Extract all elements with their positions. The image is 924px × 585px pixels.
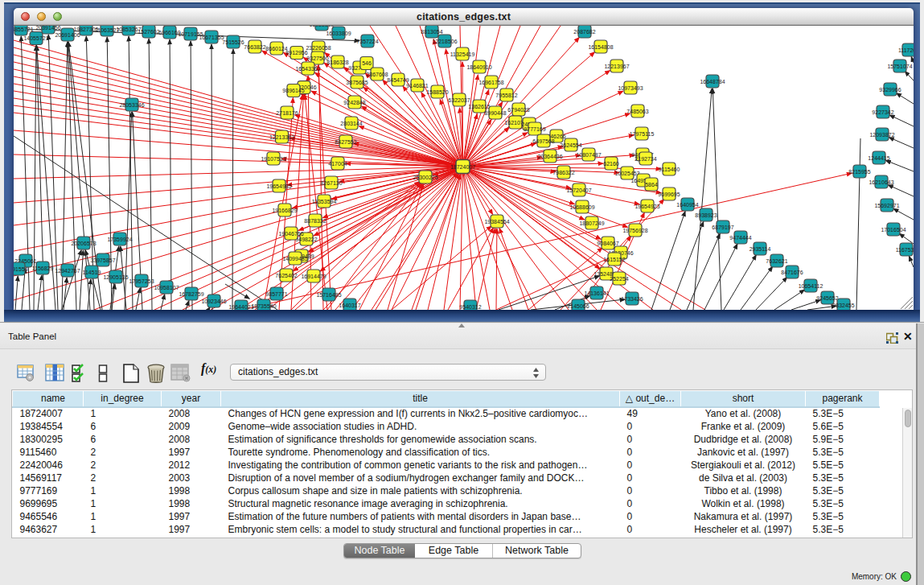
svg-text:2087682: 2087682: [573, 29, 595, 35]
svg-text:3624554: 3624554: [560, 142, 581, 148]
svg-text:546: 546: [362, 60, 372, 66]
svg-text:2718176: 2718176: [276, 110, 298, 116]
svg-text:1167533: 1167533: [896, 247, 914, 253]
svg-text:9474444: 9474444: [729, 235, 751, 241]
svg-text:25300275: 25300275: [413, 175, 437, 180]
svg-text:20391456: 20391456: [35, 26, 60, 31]
svg-text:10973493: 10973493: [618, 85, 643, 91]
svg-text:5864: 5864: [645, 182, 658, 187]
svg-text:9227342: 9227342: [872, 109, 893, 115]
svg-text:15692971: 15692971: [874, 203, 899, 208]
svg-text:7632621: 7632621: [766, 258, 787, 264]
svg-text:19046766: 19046766: [278, 231, 303, 237]
svg-text:15751074: 15751074: [887, 64, 912, 69]
svg-text:19654985: 19654985: [266, 183, 291, 189]
svg-text:33975857: 33975857: [90, 257, 115, 263]
svg-text:11353594: 11353594: [312, 199, 337, 204]
svg-text:16914479: 16914479: [301, 274, 326, 279]
svg-text:18807249: 18807249: [579, 220, 604, 226]
svg-text:1588520: 1588520: [426, 89, 448, 95]
svg-text:9329966: 9329966: [879, 87, 901, 93]
svg-text:2935114: 2935114: [749, 246, 771, 252]
svg-text:1733426: 1733426: [621, 296, 643, 302]
svg-text:7357224: 7357224: [356, 39, 378, 44]
svg-text:6794028: 6794028: [507, 107, 529, 113]
svg-text:12213363: 12213363: [269, 134, 294, 140]
svg-text:9540312: 9540312: [459, 304, 481, 310]
svg-text:7625402: 7625402: [275, 273, 297, 278]
svg-text:15720407: 15720407: [566, 187, 591, 193]
svg-text:17359924: 17359924: [107, 237, 132, 242]
svg-text:28053346: 28053346: [119, 102, 144, 108]
svg-text:8813054: 8813054: [421, 29, 442, 35]
svg-text:9777169: 9777169: [524, 126, 545, 132]
svg-text:9146821: 9146821: [406, 83, 428, 89]
svg-text:23226058: 23226058: [306, 45, 331, 51]
svg-text:9832455: 9832455: [832, 303, 854, 308]
svg-text:12905135: 12905135: [103, 274, 128, 280]
svg-text:2192734: 2192734: [634, 156, 656, 162]
svg-text:1640317: 1640317: [339, 303, 360, 308]
svg-text:2867608: 2867608: [366, 72, 388, 77]
svg-text:1527602: 1527602: [138, 29, 159, 35]
svg-text:7515526: 7515526: [222, 39, 244, 45]
svg-text:8186328: 8186328: [326, 60, 348, 65]
svg-text:8878332: 8878332: [304, 218, 326, 224]
svg-text:8427552: 8427552: [335, 139, 356, 145]
svg-text:391554: 391554: [14, 266, 28, 272]
svg-text:9084067: 9084067: [597, 241, 618, 246]
svg-text:14099485: 14099485: [282, 256, 307, 262]
svg-text:18724007: 18724007: [450, 164, 475, 170]
svg-text:8938923: 8938923: [695, 212, 717, 218]
svg-text:12218506: 12218506: [432, 39, 457, 44]
svg-text:1244415: 1244415: [868, 155, 889, 161]
svg-text:9498222: 9498222: [295, 237, 317, 242]
svg-text:8471676: 8471676: [781, 270, 803, 275]
svg-text:20691406: 20691406: [55, 32, 80, 38]
svg-text:9699695: 9699695: [658, 192, 680, 197]
svg-text:15716485: 15716485: [316, 292, 341, 298]
svg-text:19107533: 19107533: [261, 156, 285, 162]
svg-text:1362615: 1362615: [468, 104, 490, 109]
svg-text:16961758: 16961758: [478, 80, 503, 85]
svg-text:11325419: 11325419: [450, 51, 475, 57]
svg-text:2145066: 2145066: [567, 303, 589, 309]
svg-text:252254: 252254: [610, 276, 628, 282]
svg-text:20364436: 20364436: [537, 154, 562, 159]
svg-text:8267130: 8267130: [320, 180, 342, 186]
svg-text:9857771: 9857771: [265, 291, 287, 297]
svg-text:3875685: 3875685: [346, 80, 368, 85]
svg-text:16648784: 16648784: [700, 79, 725, 84]
svg-text:417004: 417004: [328, 161, 347, 167]
svg-text:9245652: 9245652: [816, 295, 838, 301]
svg-text:16033809: 16033809: [326, 31, 351, 36]
svg-text:7986322: 7986322: [552, 170, 574, 175]
svg-text:19384554: 19384554: [484, 219, 509, 225]
svg-text:9242848: 9242848: [343, 100, 365, 105]
svg-text:10807487: 10807487: [576, 152, 601, 158]
svg-text:18735540: 18735540: [251, 303, 276, 309]
svg-text:10654112: 10654112: [799, 283, 823, 289]
svg-text:12093872: 12093872: [869, 132, 894, 138]
svg-text:8215955: 8215955: [848, 169, 870, 175]
svg-text:7663822: 7663822: [244, 44, 265, 50]
svg-text:17975115: 17975115: [630, 131, 655, 137]
svg-text:10923446: 10923446: [201, 299, 226, 304]
svg-text:14855721: 14855721: [14, 27, 34, 32]
svg-text:6497568: 6497568: [532, 138, 554, 144]
svg-text:16543362: 16543362: [295, 66, 320, 72]
svg-text:8660124: 8660124: [265, 46, 287, 51]
svg-text:10688609: 10688609: [569, 204, 594, 210]
svg-text:62160: 62160: [603, 161, 619, 167]
svg-text:7955812: 7955812: [495, 93, 517, 98]
svg-text:19756928: 19756928: [622, 228, 647, 233]
svg-text:1117204: 1117204: [898, 47, 914, 53]
svg-text:9115460: 9115460: [659, 167, 680, 172]
svg-text:16033812: 16033812: [309, 26, 334, 27]
svg-text:10958107: 10958107: [154, 285, 179, 290]
svg-text:14055721: 14055721: [23, 35, 48, 41]
svg-text:12942757: 12942757: [55, 268, 80, 274]
svg-text:7485063: 7485063: [626, 109, 648, 114]
svg-text:1615152: 1615152: [603, 257, 625, 262]
svg-text:18640910: 18640910: [466, 64, 491, 70]
